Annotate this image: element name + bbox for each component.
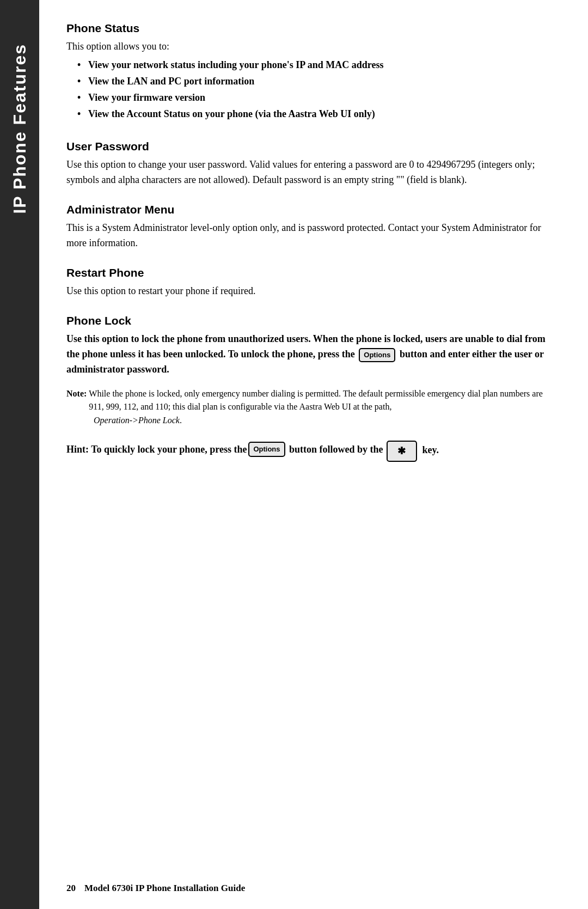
restart-phone-title: Restart Phone [66, 266, 555, 279]
star-key: ✱ [387, 441, 417, 462]
user-password-body: Use this option to change your user pass… [66, 157, 555, 188]
hint-key-label: key. [422, 442, 439, 459]
main-content: Phone Status This option allows you to: … [39, 0, 588, 909]
hint-key-row: ✱ key. [387, 438, 439, 462]
section-restart-phone: Restart Phone Use this option to restart… [66, 266, 555, 299]
hint-block: Hint: To quickly lock your phone, press … [66, 437, 555, 462]
bullet-item: View the LAN and PC port information [77, 74, 555, 89]
phone-status-title: Phone Status [66, 22, 555, 35]
phone-status-intro: This option allows you to: [66, 39, 555, 54]
user-password-title: User Password [66, 140, 555, 153]
phone-lock-title: Phone Lock [66, 314, 555, 327]
footer-page-number: 20 [66, 883, 76, 894]
note-indented: Operation->Phone Lock. [94, 414, 555, 428]
note-italic: Operation->Phone Lock [94, 416, 180, 425]
sidebar: IP Phone Features [0, 0, 39, 909]
phone-lock-body: Use this option to lock the phone from u… [66, 332, 555, 377]
section-phone-status: Phone Status This option allows you to: … [66, 22, 555, 125]
note-block: Note: While the phone is locked, only em… [66, 387, 555, 428]
restart-phone-body: Use this option to restart your phone if… [66, 284, 555, 299]
section-administrator-menu: Administrator Menu This is a System Admi… [66, 203, 555, 251]
administrator-menu-title: Administrator Menu [66, 203, 555, 216]
hint-text-row: Hint: To quickly lock your phone, press … [66, 441, 383, 458]
bullet-item: View your network status including your … [77, 58, 555, 73]
options-button-1: Options [359, 348, 395, 362]
footer: 20 Model 6730i IP Phone Installation Gui… [39, 883, 588, 894]
options-button-2: Options [248, 442, 285, 457]
bullet-item: View the Account Status on your phone (v… [77, 107, 555, 122]
note-text: While the phone is locked, only emergenc… [89, 387, 555, 414]
administrator-menu-body: This is a System Administrator level-onl… [66, 221, 555, 251]
sidebar-label: IP Phone Features [10, 44, 30, 214]
note-period: . [180, 416, 182, 425]
hint-text2: button followed by the [287, 441, 383, 458]
section-user-password: User Password Use this option to change … [66, 140, 555, 188]
footer-title: Model 6730i IP Phone Installation Guide [84, 883, 245, 894]
hint-label: Hint: To quickly lock your phone, press … [66, 441, 247, 458]
phone-status-bullets: View your network status including your … [77, 58, 555, 122]
bullet-item: View your firmware version [77, 90, 555, 106]
note-label: Note: [66, 387, 87, 401]
section-phone-lock: Phone Lock Use this option to lock the p… [66, 314, 555, 462]
